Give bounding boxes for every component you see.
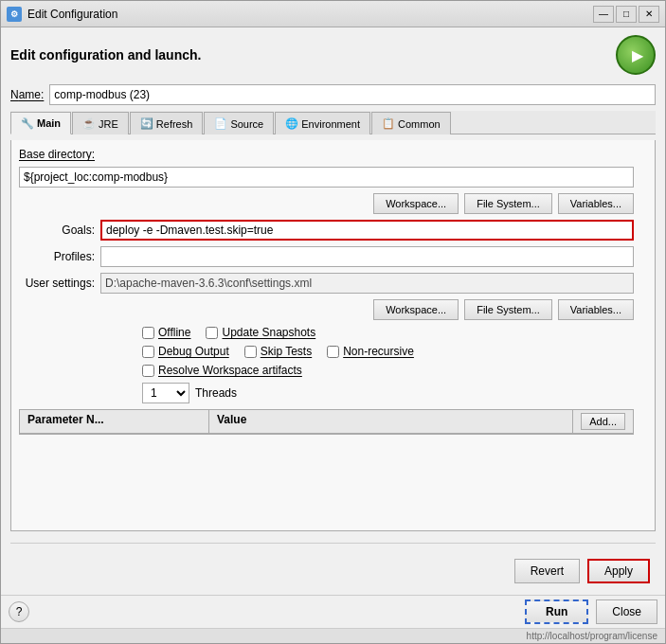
- goals-input[interactable]: [100, 220, 634, 241]
- maximize-button[interactable]: □: [616, 6, 637, 23]
- goals-label: Goals:: [19, 224, 95, 237]
- main-panel: Base directory: Workspace... File System…: [10, 140, 656, 531]
- resolve-workspace-row: Resolve Workspace artifacts: [142, 364, 647, 377]
- tab-main[interactable]: 🔧 Main: [10, 112, 71, 134]
- variables-button-2[interactable]: Variables...: [558, 299, 634, 320]
- skip-tests-checkbox-item: Skip Tests: [244, 345, 312, 358]
- user-settings-row: User settings:: [19, 273, 647, 294]
- goals-row: Goals:: [19, 220, 647, 241]
- tab-common[interactable]: 📋 Common: [371, 112, 451, 134]
- status-text: http://localhost/program/license: [527, 631, 657, 641]
- filesystem-button-2[interactable]: File System...: [464, 299, 552, 320]
- skip-tests-label: Skip Tests: [261, 345, 312, 358]
- bottom-bar: ? Run Close: [1, 595, 665, 628]
- apply-button[interactable]: Apply: [587, 559, 650, 583]
- minimize-button[interactable]: —: [593, 6, 614, 23]
- content-area: Edit configuration and launch. Name: 🔧 M…: [1, 27, 665, 595]
- close-window-button[interactable]: ✕: [639, 6, 659, 23]
- window-title: Edit Configuration: [27, 8, 117, 21]
- threads-select[interactable]: 1 2 4: [142, 383, 189, 403]
- help-button[interactable]: ?: [9, 601, 29, 622]
- update-snapshots-checkbox-item: Update Snapshots: [206, 326, 315, 339]
- profiles-row: Profiles:: [19, 246, 647, 267]
- threads-row: 1 2 4 Threads: [142, 383, 647, 403]
- add-button[interactable]: Add...: [581, 413, 625, 430]
- tab-jre[interactable]: ☕ JRE: [72, 112, 129, 134]
- tabs-bar: 🔧 Main ☕ JRE 🔄 Refresh 📄 Source 🌐: [10, 111, 656, 134]
- param-table-header: Parameter N... Value Add...: [20, 410, 633, 434]
- offline-checkbox-item: Offline: [142, 326, 190, 339]
- form-section: Name: 🔧 Main ☕ JRE 🔄 Refresh: [10, 84, 656, 587]
- parameter-table: Parameter N... Value Add...: [19, 409, 634, 435]
- common-tab-icon: 📋: [382, 117, 395, 131]
- resolve-workspace-checkbox[interactable]: [142, 365, 154, 377]
- title-controls: — □ ✕: [593, 6, 659, 23]
- environment-tab-icon: 🌐: [285, 117, 298, 131]
- param-col-name: Parameter N...: [20, 410, 209, 433]
- base-directory-label: Base directory:: [19, 148, 95, 161]
- jre-tab-icon: ☕: [82, 117, 96, 131]
- profiles-input[interactable]: [100, 246, 634, 267]
- threads-label: Threads: [195, 386, 237, 400]
- window-icon: ⚙: [7, 7, 22, 22]
- run-button[interactable]: Run: [525, 599, 588, 624]
- header-title: Edit configuration and launch.: [10, 47, 201, 63]
- name-input[interactable]: [49, 84, 656, 105]
- tab-source[interactable]: 📄 Source: [204, 112, 274, 134]
- debug-output-checkbox[interactable]: [142, 346, 154, 358]
- param-add-cell: Add...: [573, 410, 633, 433]
- debug-output-label: Debug Output: [158, 345, 229, 358]
- tab-refresh[interactable]: 🔄 Refresh: [130, 112, 204, 134]
- tab-jre-label: JRE: [99, 118, 118, 130]
- user-settings-input[interactable]: [100, 273, 634, 294]
- status-bar: http://localhost/program/license: [1, 628, 665, 643]
- skip-tests-checkbox[interactable]: [244, 346, 257, 358]
- tab-refresh-label: Refresh: [156, 118, 193, 130]
- checkboxes-row-1: Offline Update Snapshots: [142, 326, 647, 339]
- update-snapshots-checkbox[interactable]: [206, 327, 218, 339]
- tab-common-label: Common: [398, 118, 441, 130]
- title-bar-left: ⚙ Edit Configuration: [7, 7, 117, 22]
- base-directory-row: [19, 167, 647, 188]
- offline-label: Offline: [158, 326, 190, 339]
- base-directory-input[interactable]: [19, 167, 634, 188]
- workspace-button-1[interactable]: Workspace...: [373, 193, 459, 214]
- main-window: ⚙ Edit Configuration — □ ✕ Edit configur…: [0, 0, 666, 644]
- tab-environment[interactable]: 🌐 Environment: [275, 112, 370, 134]
- footer-divider: [10, 543, 656, 544]
- offline-checkbox[interactable]: [142, 327, 154, 339]
- user-settings-buttons: Workspace... File System... Variables...: [19, 299, 634, 320]
- resolve-workspace-label: Resolve Workspace artifacts: [158, 364, 302, 377]
- revert-button[interactable]: Revert: [514, 559, 580, 583]
- base-directory-buttons: Workspace... File System... Variables...: [19, 193, 634, 214]
- param-col-value: Value: [209, 410, 573, 433]
- checkboxes-row-2: Debug Output Skip Tests Non-recursive: [142, 345, 647, 358]
- header-section: Edit configuration and launch.: [10, 35, 656, 75]
- non-recursive-checkbox[interactable]: [327, 346, 339, 358]
- name-label: Name:: [10, 88, 44, 101]
- tab-source-label: Source: [230, 118, 263, 130]
- user-settings-label: User settings:: [19, 277, 95, 290]
- run-icon: [616, 35, 656, 75]
- name-row: Name:: [10, 84, 656, 105]
- tab-main-label: Main: [37, 117, 61, 129]
- debug-output-checkbox-item: Debug Output: [142, 345, 229, 358]
- close-button[interactable]: Close: [596, 599, 657, 624]
- non-recursive-checkbox-item: Non-recursive: [327, 345, 414, 358]
- footer-buttons: Revert Apply: [10, 555, 656, 587]
- profiles-label: Profiles:: [19, 250, 95, 263]
- base-directory-section: Base directory:: [19, 148, 647, 161]
- filesystem-button-1[interactable]: File System...: [464, 193, 552, 214]
- workspace-button-2[interactable]: Workspace...: [373, 299, 459, 320]
- non-recursive-label: Non-recursive: [343, 345, 414, 358]
- update-snapshots-label: Update Snapshots: [222, 326, 315, 339]
- main-tab-icon: 🔧: [21, 116, 34, 130]
- refresh-tab-icon: 🔄: [140, 117, 153, 131]
- title-bar: ⚙ Edit Configuration — □ ✕: [1, 1, 665, 27]
- source-tab-icon: 📄: [214, 117, 227, 131]
- tab-environment-label: Environment: [301, 118, 360, 130]
- variables-button-1[interactable]: Variables...: [558, 193, 634, 214]
- run-close-buttons: Run Close: [525, 599, 657, 624]
